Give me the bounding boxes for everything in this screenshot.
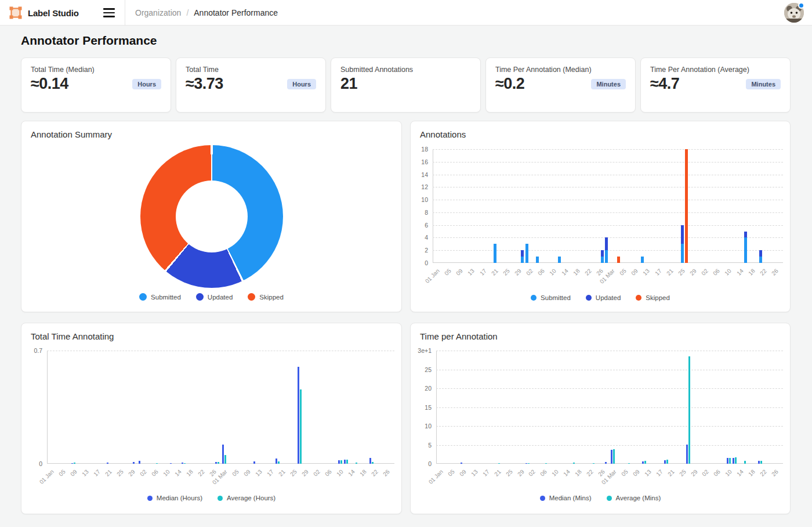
median-bar xyxy=(298,367,299,464)
stat-card: Total Time≈3.73Hours xyxy=(176,57,326,113)
menu-icon xyxy=(103,8,115,9)
median-bar xyxy=(139,461,140,464)
legend-label: Average (Hours) xyxy=(227,494,276,501)
stat-card-value: ≈0.14 xyxy=(31,75,68,93)
y-gridline xyxy=(433,175,783,175)
legend-item[interactable]: Submitted xyxy=(139,293,181,301)
median-bar xyxy=(733,458,734,464)
submitted-bar xyxy=(681,244,684,263)
y-tick-label: 0 xyxy=(21,460,42,467)
total-time-annotating-card: Total Time Annotating 0.7001 Jan05091317… xyxy=(21,323,402,514)
plot-area xyxy=(47,351,394,464)
legend-label: Submitted xyxy=(541,294,571,301)
chart-legend: SubmittedUpdatedSkipped xyxy=(411,294,790,301)
skipped-legend-dot xyxy=(636,295,641,301)
stat-unit-badge: Minutes xyxy=(746,79,781,89)
y-tick-label: 10 xyxy=(411,196,428,203)
submitted-bar xyxy=(494,244,496,263)
average-bar xyxy=(545,463,547,464)
median-bar xyxy=(133,462,135,464)
average-bar xyxy=(666,460,668,464)
annotations-card: Annotations 02468101214161801 Jan0509131… xyxy=(410,121,791,312)
average-legend-dot xyxy=(607,496,612,501)
legend-label: Skipped xyxy=(259,294,284,301)
legend-item[interactable]: Updated xyxy=(586,294,621,301)
legend-label: Skipped xyxy=(646,294,670,301)
median-bar xyxy=(664,460,666,464)
y-tick-label: 10 xyxy=(411,423,432,429)
median-bar xyxy=(222,445,224,464)
y-gridline xyxy=(433,162,783,163)
breadcrumb-organization[interactable]: Organization xyxy=(135,8,181,17)
menu-button[interactable] xyxy=(103,6,118,20)
median-bar xyxy=(253,461,255,464)
stat-card-value: ≈3.73 xyxy=(186,75,223,93)
legend-item[interactable]: Average (Mins) xyxy=(607,494,661,501)
average-bar xyxy=(644,461,646,464)
stat-card-label: Total Time (Median) xyxy=(31,66,161,74)
median-bar xyxy=(525,463,527,464)
annotation-summary-donut-chart: SubmittedUpdatedSkipped xyxy=(21,121,401,312)
breadcrumb: Organization / Annotator Performance xyxy=(135,0,278,26)
legend-item[interactable]: Median (Hours) xyxy=(147,494,202,501)
average-bar xyxy=(628,463,630,464)
legend-item[interactable]: Submitted xyxy=(531,294,571,301)
average-bar xyxy=(156,463,158,464)
legend-item[interactable]: Median (Mins) xyxy=(540,494,592,501)
user-avatar[interactable] xyxy=(784,3,804,23)
chart-legend: Median (Hours)Average (Hours) xyxy=(21,494,401,501)
average-bar xyxy=(300,389,302,464)
legend-item[interactable]: Skipped xyxy=(636,294,670,301)
legend-label: Submitted xyxy=(151,294,181,301)
y-gridline xyxy=(433,149,783,150)
chart-legend: Median (Mins)Average (Mins) xyxy=(411,494,790,501)
median-bar xyxy=(107,463,108,464)
submitted-bar xyxy=(605,250,608,263)
stat-card-label: Time Per Annotation (Median) xyxy=(495,66,626,74)
stat-card-value: ≈0.2 xyxy=(495,75,524,93)
average-bar xyxy=(340,460,342,464)
y-tick-label: 0 xyxy=(411,460,432,467)
legend-item[interactable]: Updated xyxy=(196,293,233,301)
submitted-bar xyxy=(759,257,762,263)
y-tick-label: 0.7 xyxy=(21,347,42,354)
total-time-annotating-bar-chart: 0.7001 Jan050913172125290206101418222601… xyxy=(21,323,401,514)
submitted-bar xyxy=(641,257,644,263)
top-bar: Label Studio Organization / Annotator Pe… xyxy=(0,0,812,26)
annotation-summary-card: Annotation Summary SubmittedUpdatedSkipp… xyxy=(21,121,402,312)
submitted-bar xyxy=(601,257,604,263)
stat-card-label: Time Per Annotation (Average) xyxy=(650,66,781,74)
stat-value-row: ≈3.73Hours xyxy=(186,75,316,93)
y-gridline xyxy=(433,212,783,213)
legend-label: Updated xyxy=(596,294,621,301)
submitted-bar xyxy=(744,237,747,263)
y-gridline xyxy=(47,351,394,351)
stat-value-row: 21 xyxy=(340,75,471,93)
skipped-bar xyxy=(617,257,620,263)
average-bar xyxy=(688,356,690,464)
median-bar xyxy=(170,463,172,464)
stat-unit-badge: Hours xyxy=(287,79,316,89)
y-tick-label: 5 xyxy=(411,442,432,449)
y-tick-label: 4 xyxy=(411,234,428,241)
y-gridline xyxy=(436,370,783,370)
average-bar xyxy=(372,462,374,464)
average-bar xyxy=(217,462,219,464)
y-tick-label: 20 xyxy=(411,385,432,392)
legend-item[interactable]: Average (Hours) xyxy=(217,494,276,501)
average-bar xyxy=(356,463,357,464)
legend-label: Median (Hours) xyxy=(157,494,202,501)
median-bar xyxy=(461,463,462,464)
average-bar xyxy=(184,463,186,464)
average-bar xyxy=(346,460,348,464)
stat-card-value: 21 xyxy=(340,75,357,93)
legend-item[interactable]: Skipped xyxy=(248,293,284,301)
average-bar xyxy=(528,463,530,464)
median-bar xyxy=(71,463,73,464)
skipped-legend-dot xyxy=(248,293,255,301)
y-tick-label: 18 xyxy=(411,146,428,153)
stat-card: Time Per Annotation (Median)≈0.2Minutes xyxy=(485,57,636,113)
average-bar xyxy=(735,457,737,464)
median-bar xyxy=(686,445,688,464)
y-tick-label: 0 xyxy=(411,259,428,266)
